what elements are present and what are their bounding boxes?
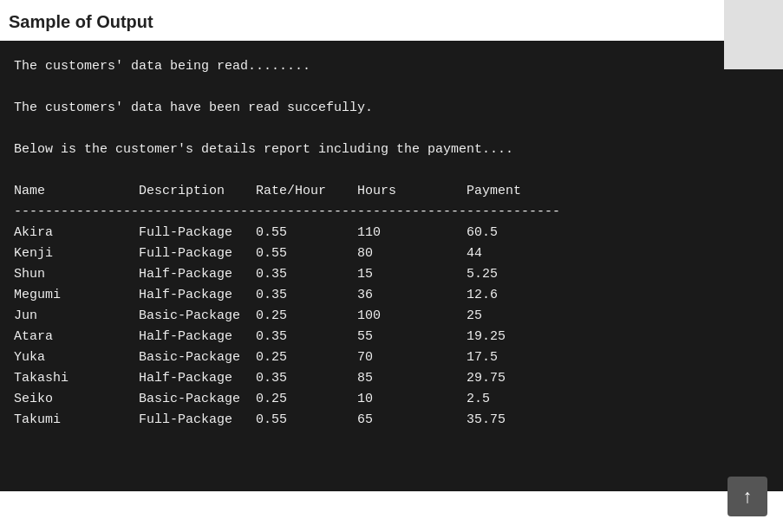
terminal-line: Megumi Half-Package 0.35 36 12.6 [14, 285, 769, 306]
terminal-line: Name Description Rate/Hour Hours Payment [14, 181, 769, 202]
back-to-top-button[interactable]: ↑ [728, 477, 767, 516]
terminal-line: Kenji Full-Package 0.55 80 44 [14, 243, 769, 264]
terminal-line [14, 119, 769, 139]
terminal-line: Takashi Half-Package 0.35 85 29.75 [14, 368, 769, 389]
terminal-line: Jun Basic-Package 0.25 100 25 [14, 306, 769, 327]
back-to-top-icon: ↑ [743, 487, 753, 506]
scroll-indicator [724, 0, 783, 69]
header-section: Sample of Output [0, 0, 783, 41]
terminal-line: The customers' data being read........ [14, 56, 769, 77]
page-title: Sample of Output [9, 12, 774, 32]
terminal-line: Takumi Full-Package 0.55 65 35.75 [14, 410, 769, 431]
terminal-line: Seiko Basic-Package 0.25 10 2.5 [14, 389, 769, 410]
terminal-block: The customers' data being read........Th… [0, 41, 783, 491]
terminal-line: The customers' data have been read succe… [14, 98, 769, 119]
page-wrapper: Sample of Output The customers' data bei… [0, 0, 783, 532]
terminal-line [14, 160, 769, 181]
terminal-line: Shun Half-Package 0.35 15 5.25 [14, 264, 769, 285]
terminal-line: ----------------------------------------… [14, 202, 769, 223]
terminal-line: Akira Full-Package 0.55 110 60.5 [14, 223, 769, 243]
terminal-line [14, 77, 769, 98]
terminal-line: Below is the customer's details report i… [14, 139, 769, 160]
terminal-line: Atara Half-Package 0.35 55 19.25 [14, 327, 769, 347]
terminal-line: Yuka Basic-Package 0.25 70 17.5 [14, 347, 769, 368]
